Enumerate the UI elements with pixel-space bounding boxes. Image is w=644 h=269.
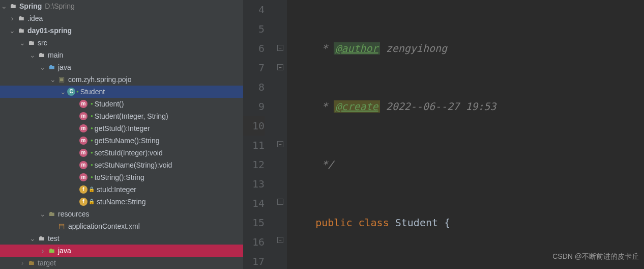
tree-package[interactable]: ⌄ ▣ com.zyh.spring.pojo — [0, 73, 243, 86]
tree-target[interactable]: › 🖿 target — [0, 257, 243, 269]
chevron-down-icon[interactable]: ⌄ — [59, 86, 67, 98]
method-icon: m — [79, 137, 87, 145]
line-number: 4 — [243, 0, 265, 19]
code-line: * @author zengyihong — [291, 39, 644, 58]
fold-gutter[interactable]: − − − − − — [274, 0, 287, 269]
tree-class-student[interactable]: ⌄ C ● Student — [0, 86, 243, 98]
code-editor[interactable]: 4 5 6 7 8 9 10 11 12 13 14 15 16 17 − − … — [243, 0, 644, 269]
tree-src[interactable]: ⌄ 🖿 src — [0, 37, 243, 49]
tree-idea-folder[interactable]: › 🖿 .idea — [0, 12, 243, 24]
folder-icon: 🖿 — [26, 37, 36, 49]
line-number: 12 — [243, 155, 265, 174]
method-icon: m — [79, 173, 87, 181]
code-line: */ — [291, 155, 644, 174]
code-line: * @create 2022--06--27 19:53 — [291, 97, 644, 116]
line-number: 8 — [243, 77, 265, 97]
project-tree[interactable]: ⌄ 🖿 Spring D:\Spring › 🖿 .idea ⌄ 🖿 day01… — [0, 0, 243, 269]
line-number: 16 — [243, 232, 265, 252]
tree-member-setStuName[interactable]: m ● setStuName(String):void — [0, 159, 243, 171]
tree-member-getStuName[interactable]: m ● getStuName():String — [0, 134, 243, 147]
line-number: 11 — [243, 136, 265, 155]
method-icon: m — [79, 112, 87, 120]
line-number: 14 — [243, 194, 265, 213]
tree-module[interactable]: ⌄ 🖿 day01-spring — [0, 24, 243, 37]
chevron-down-icon[interactable]: ⌄ — [0, 0, 8, 12]
folder-icon: 🖿 — [16, 24, 25, 37]
tree-project-root[interactable]: ⌄ 🖿 Spring D:\Spring — [0, 0, 243, 12]
field-icon: f — [79, 198, 87, 206]
public-icon: ● — [91, 147, 93, 159]
watermark: CSDN @不断前进的皮卡丘 — [552, 247, 639, 266]
class-icon: C — [67, 88, 75, 96]
tree-member-field-stuName[interactable]: f 🔒 stuName:String — [0, 196, 243, 208]
code-line: public class Student { — [291, 213, 644, 232]
fold-collapse-icon[interactable]: − — [277, 199, 283, 205]
tree-appctx[interactable]: ▤ applicationContext.xml — [0, 220, 243, 232]
xml-file-icon: ▤ — [57, 220, 66, 232]
public-icon: ● — [91, 122, 93, 134]
public-icon: ● — [91, 159, 93, 171]
method-icon: m — [79, 149, 87, 157]
tree-member-ctor0[interactable]: m ● Student() — [0, 98, 243, 110]
tree-member-setStuId[interactable]: m ● setStuId(Integer):void — [0, 147, 243, 159]
lock-icon: 🔒 — [89, 196, 95, 208]
code-area[interactable]: * @author zengyihong * @create 2022--06-… — [287, 0, 644, 269]
source-folder-icon: 🖿 — [47, 61, 56, 73]
resources-folder-icon: 🖿 — [47, 208, 56, 220]
method-icon: m — [79, 100, 87, 108]
chevron-down-icon[interactable]: ⌄ — [49, 73, 57, 86]
chevron-down-icon[interactable]: ⌄ — [39, 208, 47, 220]
fold-collapse-icon[interactable]: − — [277, 237, 283, 243]
chevron-right-icon[interactable]: › — [18, 257, 26, 269]
chevron-down-icon[interactable]: ⌄ — [28, 49, 37, 61]
fold-collapse-icon[interactable]: − — [277, 64, 283, 70]
method-icon: m — [79, 124, 87, 132]
tree-resources[interactable]: ⌄ 🖿 resources — [0, 208, 243, 220]
public-icon: ● — [91, 134, 93, 147]
line-number: 9 — [243, 97, 265, 116]
method-icon: m — [79, 161, 87, 169]
project-name: Spring — [19, 0, 42, 12]
public-icon: ● — [91, 98, 93, 110]
javadoc-tag-author: @author — [334, 42, 379, 55]
line-number: 17 — [243, 252, 265, 269]
vcs-added-icon: ● — [76, 86, 79, 98]
chevron-down-icon[interactable]: ⌄ — [28, 232, 37, 245]
line-number: 13 — [243, 174, 265, 194]
fold-collapse-icon[interactable]: − — [277, 141, 283, 147]
fold-collapse-icon[interactable]: − — [277, 45, 283, 51]
editor-gutter: 4 5 6 7 8 9 10 11 12 13 14 15 16 17 — [243, 0, 274, 269]
tree-member-field-stuId[interactable]: f 🔒 stuId:Integer — [0, 183, 243, 196]
chevron-down-icon[interactable]: ⌄ — [18, 37, 26, 49]
tree-member-getStuId[interactable]: m ● getStuId():Integer — [0, 122, 243, 134]
folder-icon: 🖿 — [37, 232, 46, 245]
package-icon: ▣ — [57, 73, 66, 86]
tree-java-source-root[interactable]: ⌄ 🖿 java — [0, 61, 243, 73]
tree-test[interactable]: ⌄ 🖿 test — [0, 232, 243, 245]
folder-icon: 🖿 — [16, 12, 25, 24]
folder-icon: 🖿 — [8, 0, 17, 12]
public-icon: ● — [91, 171, 93, 183]
line-number: 15 — [243, 213, 265, 232]
tree-test-java[interactable]: › 🖿 java — [0, 245, 243, 257]
chevron-right-icon[interactable]: › — [8, 12, 16, 24]
tree-main[interactable]: ⌄ 🖿 main — [0, 49, 243, 61]
line-number: 6 — [243, 39, 265, 58]
project-path: D:\Spring — [45, 0, 74, 12]
chevron-down-icon[interactable]: ⌄ — [39, 61, 47, 73]
excluded-folder-icon: 🖿 — [26, 257, 36, 269]
test-source-folder-icon: 🖿 — [47, 245, 56, 257]
line-number: 10 — [243, 116, 265, 136]
field-icon: f — [79, 185, 87, 194]
chevron-right-icon[interactable]: › — [39, 245, 47, 257]
javadoc-tag-create: @create — [334, 100, 379, 113]
line-number: 5 — [243, 19, 265, 39]
tree-member-toString[interactable]: m ● toString():String — [0, 171, 243, 183]
folder-icon: 🖿 — [37, 49, 46, 61]
lock-icon: 🔒 — [89, 183, 95, 196]
public-icon: ● — [91, 110, 93, 122]
line-number: 7 — [243, 58, 265, 77]
chevron-down-icon[interactable]: ⌄ — [8, 24, 16, 37]
tree-member-ctor1[interactable]: m ● Student(Integer, String) — [0, 110, 243, 122]
